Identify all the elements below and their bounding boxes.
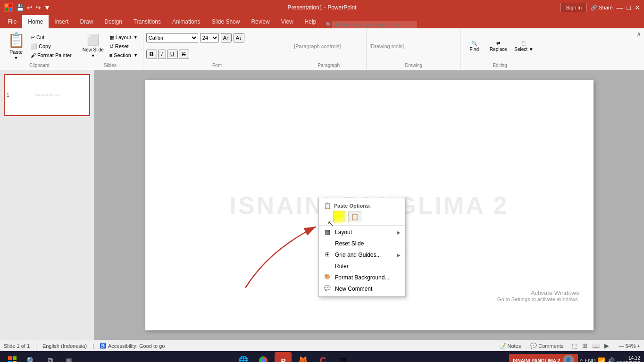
- ctx-layout-item[interactable]: ▦ Layout ▶: [319, 227, 405, 238]
- language-status: English (Indonesia): [42, 343, 87, 349]
- canvas-area[interactable]: ISNAINI PANGLIMA 2 Activate Windows Go t…: [94, 70, 644, 340]
- paste-button[interactable]: 📋 Paste ▼: [5, 30, 27, 62]
- reset-icon: ↺: [109, 43, 114, 50]
- paragraph-label: Paragraph: [294, 62, 363, 68]
- share-icon: 🔗: [591, 5, 597, 10]
- tab-review[interactable]: Review: [245, 15, 275, 28]
- reset-button[interactable]: ↺ Reset: [107, 42, 140, 51]
- tab-animations[interactable]: Animations: [167, 15, 206, 28]
- comments-icon: 💬: [530, 343, 537, 349]
- format-painter-button[interactable]: 🖌 Format Painter: [28, 51, 74, 59]
- tab-file[interactable]: File: [2, 15, 22, 28]
- minimize-button[interactable]: —: [617, 4, 623, 11]
- ctx-new-comment-item[interactable]: 💬 New Comment: [319, 283, 405, 295]
- taskbar-firefox-button[interactable]: 🦊: [294, 352, 311, 362]
- svg-rect-6: [13, 356, 17, 360]
- statusbar-right: 📝 Notes 💬 Comments ⬚ ⊞ 📖 ▶ — 54% +: [497, 341, 641, 350]
- app-title: Presentation1 - PowerPoint: [287, 4, 356, 11]
- italic-button[interactable]: I: [158, 50, 166, 59]
- ribbon-search-input[interactable]: [332, 21, 417, 28]
- ctx-reset-slide-item[interactable]: Reset Slide: [319, 238, 405, 249]
- tab-insert[interactable]: Insert: [49, 15, 74, 28]
- redo-button[interactable]: ↪: [35, 4, 41, 11]
- grid-menu-icon: ⊞: [324, 251, 331, 259]
- svg-rect-5: [8, 356, 12, 360]
- copy-button[interactable]: ⬜ Copy: [28, 42, 74, 51]
- ribbon-group-font: Calibri 24 A↑ A↓ B I U S Font: [143, 29, 291, 69]
- tray-speaker[interactable]: 🔊: [607, 357, 615, 362]
- taskbar-widgets-button[interactable]: ▦: [60, 352, 77, 362]
- tab-design[interactable]: Design: [99, 15, 127, 28]
- normal-view-button[interactable]: ⬚: [570, 341, 579, 350]
- slideshow-button[interactable]: ▶: [602, 341, 611, 350]
- replace-button[interactable]: ⇄ Replace: [485, 39, 511, 53]
- accessibility-icon: ♿: [100, 343, 106, 349]
- slide-thumbnail-1[interactable]: 1 ISNAINI PANGLIMA 2: [4, 74, 90, 116]
- bold-button[interactable]: B: [146, 50, 157, 59]
- slide-sorter-button[interactable]: ⊞: [580, 341, 589, 350]
- clipboard-label: Clipboard: [5, 62, 74, 68]
- system-tray: ^ ENG 📶 🔊 14:12 13/05/2022: [580, 355, 640, 362]
- undo-button[interactable]: ↩: [27, 4, 33, 11]
- view-icons: ⬚ ⊞ 📖 ▶: [570, 341, 611, 350]
- paste-icon: 📋: [8, 32, 25, 48]
- tray-lang[interactable]: ENG: [585, 358, 596, 362]
- taskbar-ppt-button[interactable]: P: [275, 352, 292, 362]
- taskbar-taskview-button[interactable]: ⧉: [42, 352, 59, 362]
- taskbar-edge-button[interactable]: 🌐: [235, 352, 252, 362]
- ctx-format-bg-item[interactable]: 🎨 Format Background...: [319, 272, 405, 283]
- taskbar-crm-button[interactable]: C: [314, 352, 331, 362]
- select-button[interactable]: ⬚ Select ▼: [512, 39, 535, 53]
- tab-slideshow[interactable]: Slide Show: [206, 15, 245, 28]
- ctx-grid-guides-item[interactable]: ⊞ Grid and Guides... ▶: [319, 249, 405, 261]
- font-size-select[interactable]: 24: [200, 33, 219, 42]
- strikethrough-button[interactable]: S: [179, 50, 189, 59]
- titlebar-right: Sign in 🔗 Share — □ ✕: [560, 3, 640, 12]
- new-slide-button[interactable]: ⬜ New Slide ▼: [80, 33, 106, 59]
- font-increase-button[interactable]: A↑: [221, 33, 232, 42]
- app-icon: [4, 3, 13, 12]
- tray-chevron[interactable]: ^: [580, 357, 583, 362]
- signin-button[interactable]: Sign in: [560, 3, 587, 12]
- share-button[interactable]: 🔗 Share: [591, 5, 612, 11]
- reading-view-button[interactable]: 📖: [590, 341, 602, 350]
- ctx-ruler-item[interactable]: Ruler: [319, 261, 405, 272]
- section-button[interactable]: ≡ Section ▼: [107, 51, 140, 59]
- statusbar-left: Slide 1 of 1 | English (Indonesia) | ♿ A…: [4, 343, 165, 349]
- taskbar-mail-button[interactable]: ✉: [334, 352, 351, 362]
- paste-keep-source[interactable]: 📋: [348, 211, 361, 222]
- cut-button[interactable]: ✂ Cut: [28, 34, 74, 42]
- notes-button[interactable]: 📝 Notes: [497, 342, 524, 350]
- layout-button[interactable]: ▦ Layout ▼: [107, 34, 140, 42]
- close-button[interactable]: ✕: [635, 4, 640, 11]
- tab-home[interactable]: Home: [22, 15, 49, 28]
- font-family-select[interactable]: Calibri: [146, 33, 198, 42]
- taskbar-search-button[interactable]: 🔍: [23, 352, 40, 362]
- ribbon-content: 📋 Paste ▼ ✂ Cut ⬜ Copy 🖌 Format P: [0, 28, 644, 70]
- paste-options-label: 📋 Paste Options:: [319, 200, 405, 210]
- maximize-button[interactable]: □: [627, 4, 631, 11]
- taskbar-chrome-button[interactable]: [255, 352, 272, 362]
- format-bg-menu-icon: 🎨: [324, 274, 331, 281]
- tab-help[interactable]: Help: [299, 15, 322, 28]
- tray-wifi[interactable]: 📶: [598, 357, 605, 362]
- start-button[interactable]: [4, 352, 21, 362]
- paste-use-dest-theme[interactable]: 📄: [333, 211, 346, 222]
- font-decrease-button[interactable]: A↓: [234, 33, 244, 42]
- ribbon-group-drawing: [Drawing tools] Drawing: [367, 29, 461, 69]
- accessibility-button[interactable]: ♿ Accessibility: Good to go: [100, 343, 165, 349]
- customize-button[interactable]: ▼: [44, 4, 50, 11]
- find-button[interactable]: 🔍 Find: [464, 39, 485, 53]
- tab-draw[interactable]: Draw: [74, 15, 99, 28]
- underline-button[interactable]: U: [167, 50, 178, 59]
- ribbon-tabs: File Home Insert Draw Design Transitions…: [0, 15, 644, 28]
- tab-transitions[interactable]: Transitions: [128, 15, 167, 28]
- editing-label: Editing: [464, 62, 535, 68]
- comments-button[interactable]: 💬 Comments: [527, 342, 566, 350]
- tab-view[interactable]: View: [276, 15, 299, 28]
- save-button[interactable]: 💾: [16, 4, 24, 11]
- ribbon-collapse-button[interactable]: ∧: [636, 30, 641, 38]
- paste-icon-2: 📋: [351, 213, 359, 220]
- taskbar-right: ISNAINI PANGLIMA 2 👤 ^ ENG 📶 🔊 14:12 13/…: [509, 354, 640, 362]
- submenu-arrow: ▶: [397, 230, 401, 235]
